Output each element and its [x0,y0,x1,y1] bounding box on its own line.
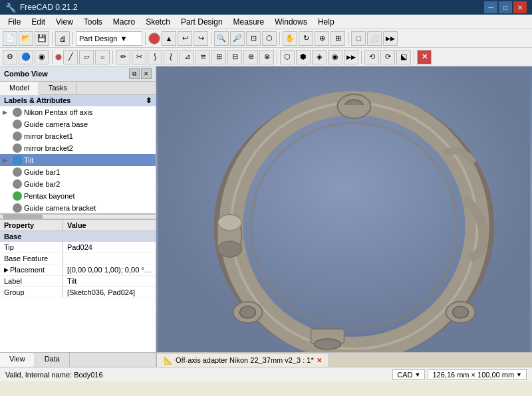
tree-arrow-6 [3,181,11,187]
tb2-3d1[interactable]: ⬡ [280,50,295,64]
sphere-button[interactable] [148,33,160,45]
tree-icon-7 [13,191,22,201]
pan-button[interactable]: ⊕ [315,31,329,46]
tree-item-2[interactable]: mirror bracket1 [0,130,156,142]
tb2-sketch8[interactable]: ⊟ [227,50,242,64]
menu-measure[interactable]: Measure [228,16,270,28]
tb2-extra3[interactable]: ⬕ [396,50,411,64]
tb2-extra1[interactable]: ⟲ [364,50,379,64]
undo-button[interactable]: ↩ [178,31,192,46]
combo-view-header: Combo View ⧉ ✕ [0,66,156,82]
maximize-button[interactable]: □ [499,1,512,13]
combo-close-button[interactable]: ✕ [141,68,152,79]
menu-view[interactable]: View [51,16,78,28]
menu-file[interactable]: File [3,16,26,28]
tb2-close[interactable]: ✕ [417,50,432,64]
tree-label-4: Tilt [24,156,33,164]
tab-model[interactable]: Model [0,82,39,95]
viewport-tab-close[interactable]: ✕ [317,357,322,364]
cylinder-button[interactable]: ⬜ [367,31,382,46]
nav-button[interactable]: ✋ [283,31,297,46]
tree-area: Labels & Attributes ⬍ ▶ Nikon Pentax off… [0,95,156,214]
tree-item-0[interactable]: ▶ Nikon Pentax off axis [0,106,156,118]
tb2-sketch6[interactable]: ≋ [196,50,210,64]
tree-item-4[interactable]: ▶ Tilt [0,154,156,166]
view3d-button[interactable]: ⬡ [262,31,277,46]
menu-partdesign[interactable]: Part Design [176,16,228,28]
minimize-button[interactable]: ─ [484,1,497,13]
more-button[interactable]: ▶▶ [383,31,398,46]
new-button[interactable]: 📄 [3,31,17,46]
redo-button[interactable]: ↪ [194,31,208,46]
menu-sketch[interactable]: Sketch [140,16,176,28]
tb2-3d3[interactable]: ◈ [312,50,327,64]
tb2-3d2[interactable]: ⬢ [296,50,311,64]
tb2-point[interactable] [55,54,62,60]
zoom-in-button[interactable]: 🔍 [214,31,229,46]
tree-label-7: Pentax bayonet [24,192,74,200]
tb2-btn1[interactable]: ⚙ [3,50,17,64]
tree-item-7[interactable]: Pentax bayonet [0,190,156,202]
menu-macro[interactable]: Macro [108,16,140,28]
prop-arrow-2: ▶ [4,266,9,273]
tb2-circle[interactable]: ○ [95,50,110,64]
tree-icon-5 [13,167,22,177]
open-button[interactable]: 📂 [19,31,33,46]
zoom-button[interactable]: ⊞ [331,31,345,46]
zoom-out-button[interactable]: 🔎 [230,31,245,46]
menu-tools[interactable]: Tools [78,16,108,28]
menu-help[interactable]: Help [313,16,340,28]
tab-data[interactable]: Data [35,353,70,367]
workbench-dropdown[interactable]: Part Design ▼ [76,31,142,46]
tree-item-1[interactable]: Guide camera base [0,118,156,130]
tb2-sketch10[interactable]: ⊗ [259,50,274,64]
tree-hscroll[interactable] [0,214,156,219]
fit-all-button[interactable]: ⊡ [246,31,261,46]
cad-mode-section[interactable]: CAD ▼ [392,369,425,380]
tree-icon-4 [13,155,22,165]
tree-item-8[interactable]: Guide camera bracket [0,202,156,214]
left-panel: Combo View ⧉ ✕ Model Tasks Labels & Attr… [0,66,156,367]
menu-windows[interactable]: Windows [269,16,313,28]
tb2-extra2[interactable]: ⟳ [380,50,395,64]
prop-row-4[interactable]: Group [Sketch036, Pad024] [0,287,156,298]
tab-view[interactable]: View [0,353,35,367]
tb2-sketch1[interactable]: ✏ [116,50,130,64]
save-button[interactable]: 💾 [35,31,49,46]
3d-object-svg [156,66,532,367]
print-button[interactable]: 🖨 [55,31,70,46]
tb2-sketch9[interactable]: ⊕ [243,50,258,64]
tb2-line[interactable]: ╱ [63,50,78,64]
tb2-rect[interactable]: ▱ [79,50,94,64]
prop-row-0[interactable]: Tip Pad024 [0,242,156,253]
tb2-sketch5[interactable]: ⊿ [180,50,194,64]
tb2-more[interactable]: ▶▶ [344,50,358,64]
tb2-btn2[interactable]: 🔵 [19,50,33,64]
viewport[interactable]: FRONT BOTTOM x y z [156,66,532,367]
tb2-sketch3[interactable]: ⟆ [148,50,162,64]
rotate-button[interactable]: ↻ [299,31,313,46]
cone-button[interactable]: ▲ [162,31,176,46]
tb2-btn3[interactable]: ◉ [35,50,49,64]
combo-float-button[interactable]: ⧉ [129,68,140,79]
viewport-tab[interactable]: 📐 Off-axis adapter Nikon 22_37mm v2_3 : … [156,353,329,367]
box-button[interactable]: □ [351,31,366,46]
dimensions-section[interactable]: 126,16 mm × 100,00 mm ▼ [428,369,527,380]
prop-row-3[interactable]: Label Tilt [0,276,156,287]
menu-edit[interactable]: Edit [26,16,51,28]
tree-item-5[interactable]: Guide bar1 [0,166,156,178]
prop-col2-header: Value [63,220,156,231]
tb2-sketch2[interactable]: ✂ [132,50,146,64]
close-button[interactable]: ✕ [513,1,527,13]
separator3 [145,32,146,45]
tree-arrow-2 [3,133,11,140]
tb2-3d4[interactable]: ◉ [328,50,342,64]
prop-row-1[interactable]: Base Feature [0,253,156,264]
tree-item-3[interactable]: mirror bracket2 [0,142,156,154]
tb2-sketch7[interactable]: ⊞ [211,50,226,64]
prop-row-2[interactable]: ▶ Placement [(0,00 0,00 1,00); 0,00 °; (… [0,264,156,276]
tb2-sep2 [112,50,113,64]
tab-tasks[interactable]: Tasks [39,82,77,94]
tree-item-6[interactable]: Guide bar2 [0,178,156,190]
tb2-sketch4[interactable]: ⟅ [164,50,178,64]
